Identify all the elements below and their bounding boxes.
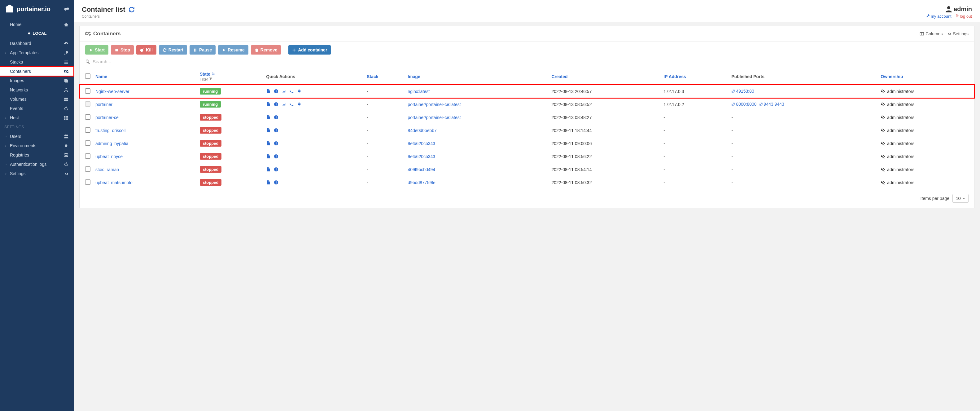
- col-name[interactable]: Name: [93, 68, 197, 85]
- sidebar-item-images[interactable]: Images: [0, 76, 74, 85]
- logs-icon[interactable]: [266, 167, 271, 172]
- container-name-link[interactable]: Nginx-web-server: [95, 89, 129, 94]
- inspect-icon[interactable]: [274, 167, 278, 172]
- container-name-link[interactable]: portainer-ce: [95, 115, 119, 120]
- container-name-link[interactable]: stoic_raman: [95, 167, 119, 172]
- my-account-link[interactable]: my account: [926, 14, 951, 19]
- sidebar-item-dashboard[interactable]: Dashboard: [0, 39, 74, 48]
- image-link[interactable]: 409f9bcbd494: [407, 167, 435, 172]
- resume-button[interactable]: Resume: [218, 45, 248, 54]
- logs-icon[interactable]: [266, 102, 271, 107]
- select-all-checkbox[interactable]: [85, 73, 91, 79]
- sidebar-item-users[interactable]: ›Users: [0, 132, 74, 141]
- restart-button[interactable]: Restart: [159, 45, 187, 54]
- stop-button[interactable]: Stop: [111, 45, 134, 54]
- sidebar-item-host[interactable]: ›Host: [0, 113, 74, 123]
- port-link[interactable]: 9443:9443: [759, 102, 784, 107]
- sidebar-item-containers[interactable]: Containers: [0, 67, 74, 76]
- inspect-icon[interactable]: [274, 102, 278, 107]
- ports-cell: -: [729, 150, 878, 163]
- remove-button[interactable]: Remove: [251, 45, 281, 54]
- logs-icon[interactable]: [266, 180, 271, 185]
- database-icon: [64, 153, 69, 158]
- inspect-icon[interactable]: [274, 128, 278, 133]
- settings-button[interactable]: Settings: [947, 31, 969, 36]
- ports-cell: -: [729, 124, 878, 137]
- sidebar-collapse-icon[interactable]: [64, 6, 69, 12]
- search-input[interactable]: [92, 59, 969, 64]
- items-per-page-select[interactable]: 10: [953, 194, 969, 203]
- attach-icon[interactable]: [297, 102, 302, 107]
- inspect-icon[interactable]: [274, 154, 278, 159]
- row-checkbox[interactable]: [85, 101, 91, 107]
- ownership-cell: administrators: [881, 141, 972, 146]
- start-button[interactable]: Start: [85, 45, 108, 54]
- refresh-icon[interactable]: [129, 6, 135, 13]
- port-link[interactable]: 49153:80: [731, 89, 754, 94]
- col-ip[interactable]: IP Address: [661, 68, 729, 85]
- image-link[interactable]: 9efb620cb343: [407, 141, 435, 146]
- exec-icon[interactable]: [289, 102, 294, 107]
- port-link[interactable]: 8000:8000: [731, 102, 756, 107]
- image-link[interactable]: 9efb620cb343: [407, 154, 435, 159]
- logs-icon[interactable]: [266, 154, 271, 159]
- filter-icon[interactable]: [209, 77, 213, 81]
- logs-icon[interactable]: [266, 128, 271, 133]
- row-checkbox[interactable]: [85, 166, 91, 172]
- row-checkbox[interactable]: [85, 140, 91, 146]
- inspect-icon[interactable]: [274, 180, 278, 185]
- image-link[interactable]: nginx:latest: [407, 89, 430, 94]
- logs-icon[interactable]: [266, 89, 271, 94]
- row-checkbox[interactable]: [85, 127, 91, 133]
- sidebar-item-environments[interactable]: ›Environments: [0, 141, 74, 150]
- ports-cell: -: [729, 163, 878, 176]
- image-link[interactable]: portainer/portainer-ce:latest: [407, 115, 461, 120]
- col-image[interactable]: Image: [405, 68, 549, 85]
- container-name-link[interactable]: portainer: [95, 102, 113, 107]
- col-ownership[interactable]: Ownership: [878, 68, 974, 85]
- stats-icon[interactable]: [282, 89, 286, 94]
- row-checkbox[interactable]: [85, 153, 91, 159]
- table-row: stoic_ramanstopped-409f9bcbd4942022-08-1…: [80, 163, 974, 176]
- row-checkbox[interactable]: [85, 180, 91, 185]
- inspect-icon[interactable]: [274, 115, 278, 119]
- col-stack[interactable]: Stack: [364, 68, 405, 85]
- kill-button[interactable]: Kill: [136, 45, 156, 54]
- sidebar-item-events[interactable]: Events: [0, 104, 74, 113]
- sidebar-item-home[interactable]: Home: [0, 20, 74, 29]
- pause-button[interactable]: Pause: [189, 45, 216, 54]
- created-cell: 2022-08-13 08:56:52: [549, 98, 661, 111]
- sidebar-item-settings[interactable]: ›Settings: [0, 169, 74, 178]
- sidebar-item-volumes[interactable]: Volumes: [0, 94, 74, 104]
- sidebar-item-authentication-logs[interactable]: ›Authentication logs: [0, 159, 74, 169]
- logs-icon[interactable]: [266, 141, 271, 146]
- sidebar-item-app-templates[interactable]: ›App Templates: [0, 48, 74, 57]
- row-checkbox[interactable]: [85, 88, 91, 94]
- row-checkbox[interactable]: [85, 115, 91, 119]
- col-state[interactable]: State Filter: [197, 68, 264, 85]
- stats-icon[interactable]: [282, 102, 286, 107]
- log-out-link[interactable]: log out: [955, 14, 972, 19]
- logs-icon[interactable]: [266, 115, 271, 119]
- container-name-link[interactable]: trusting_driscoll: [95, 128, 126, 133]
- container-name-link[interactable]: upbeat_matsumoto: [95, 180, 132, 185]
- col-created[interactable]: Created: [549, 68, 661, 85]
- add-container-button[interactable]: Add container: [288, 45, 331, 54]
- image-link[interactable]: portainer/portainer-ce:latest: [407, 102, 461, 107]
- image-link[interactable]: 84de0d0bebb7: [407, 128, 436, 133]
- container-name-link[interactable]: admiring_hypatia: [95, 141, 129, 146]
- sidebar-item-networks[interactable]: Networks: [0, 85, 74, 94]
- panel-title: Containers: [85, 31, 121, 37]
- brand-logo[interactable]: portainer.io: [4, 4, 51, 14]
- search-icon: [85, 59, 90, 64]
- image-link[interactable]: d9bdd87759fe: [407, 180, 436, 185]
- inspect-icon[interactable]: [274, 89, 278, 94]
- columns-button[interactable]: Columns: [920, 31, 942, 36]
- table-row: upbeat_matsumotostopped-d9bdd87759fe2022…: [80, 176, 974, 189]
- exec-icon[interactable]: [289, 89, 294, 94]
- container-name-link[interactable]: upbeat_noyce: [95, 154, 123, 159]
- attach-icon[interactable]: [297, 89, 302, 94]
- sidebar-item-registries[interactable]: Registries: [0, 150, 74, 159]
- sidebar-item-stacks[interactable]: Stacks: [0, 57, 74, 67]
- inspect-icon[interactable]: [274, 141, 278, 146]
